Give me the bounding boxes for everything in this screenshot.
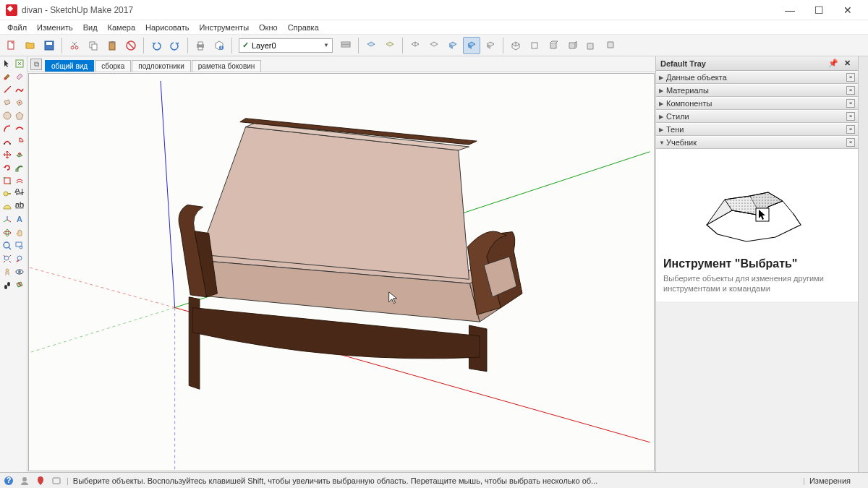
panel-close-icon[interactable]: × [846, 99, 855, 108]
help-icon[interactable]: ? [3, 475, 14, 487]
view-left-icon[interactable] [601, 37, 618, 54]
menu-draw[interactable]: Нарисовать [141, 22, 193, 33]
scene-nav-icon[interactable]: ⧉ [30, 59, 42, 70]
walk-tool-icon[interactable] [1, 279, 13, 291]
print-icon[interactable] [192, 37, 209, 54]
minimize-button[interactable]: — [775, 0, 804, 20]
line-tool-icon[interactable] [1, 84, 13, 95]
menu-help[interactable]: Справка [284, 22, 323, 33]
select-tool-icon[interactable] [1, 58, 13, 69]
pushpull-tool-icon[interactable] [14, 149, 26, 160]
scene-tab-3[interactable]: раметка боковин [192, 60, 262, 72]
tray-header[interactable]: Default Tray 📌 ✕ [656, 56, 858, 71]
freehand-tool-icon[interactable] [14, 84, 26, 95]
credits-icon[interactable] [51, 475, 62, 487]
3d-viewport[interactable] [28, 73, 655, 471]
tray-close-icon[interactable]: ✕ [841, 59, 854, 68]
menu-edit[interactable]: Изменить [33, 22, 77, 33]
geolocation-icon[interactable] [35, 475, 46, 487]
style-shaded-textures-icon[interactable] [463, 37, 480, 54]
panel-instructor[interactable]: ▼Учебник× [656, 136, 858, 149]
axes-tool-icon[interactable] [1, 214, 13, 226]
menu-file[interactable]: Файл [3, 22, 31, 33]
save-file-icon[interactable] [41, 37, 58, 54]
layer-dropdown[interactable]: ✓ Layer0 ▼ [239, 38, 333, 53]
view-front-icon[interactable] [545, 37, 562, 54]
orbit-tool-icon[interactable] [1, 227, 13, 239]
paste-icon[interactable] [103, 37, 121, 54]
followme-tool-icon[interactable] [14, 162, 26, 174]
model-info-icon[interactable]: i [210, 37, 228, 54]
redo-icon[interactable] [166, 37, 184, 54]
text-tool-icon[interactable]: ab [14, 201, 26, 213]
panel-close-icon[interactable]: × [846, 138, 855, 147]
view-right-icon[interactable] [563, 37, 581, 54]
component-tool-icon[interactable] [14, 58, 26, 69]
panel-close-icon[interactable]: × [846, 73, 855, 82]
scene-tab-1[interactable]: сборка [95, 60, 131, 72]
view-top-icon[interactable] [526, 37, 543, 54]
user-icon[interactable] [19, 475, 30, 487]
panel-close-icon[interactable]: × [846, 125, 855, 134]
panel-close-icon[interactable]: × [846, 112, 855, 121]
close-button[interactable]: ✕ [833, 0, 862, 20]
style-backedges-icon[interactable] [381, 37, 399, 54]
panel-entity-info[interactable]: ▶Данные объекта× [656, 71, 858, 84]
tape-tool-icon[interactable] [1, 188, 13, 200]
dimension-tool-icon[interactable]: A1 [14, 188, 26, 200]
3pt-arc-tool-icon[interactable] [1, 136, 13, 147]
rotated-rect-tool-icon[interactable] [14, 97, 26, 108]
open-file-icon[interactable] [22, 37, 39, 54]
view-back-icon[interactable] [582, 37, 600, 54]
3dtext-tool-icon[interactable]: A [14, 214, 26, 226]
panel-styles[interactable]: ▶Стили× [656, 110, 858, 123]
svg-text:A1: A1 [15, 189, 25, 194]
offset-tool-icon[interactable] [14, 175, 26, 187]
scene-tab-active[interactable]: общий вид [45, 60, 94, 72]
menu-camera[interactable]: Камера [103, 22, 140, 33]
move-tool-icon[interactable] [1, 149, 13, 160]
zoom-extents-tool-icon[interactable] [1, 253, 13, 265]
protractor-tool-icon[interactable] [1, 201, 13, 213]
panel-materials[interactable]: ▶Материалы× [656, 84, 858, 97]
style-xray-icon[interactable] [362, 37, 380, 54]
style-hidden-icon[interactable] [425, 37, 443, 54]
position-camera-tool-icon[interactable] [1, 266, 13, 278]
section-tool-icon[interactable] [14, 279, 26, 291]
panel-components[interactable]: ▶Компоненты× [656, 97, 858, 110]
look-around-tool-icon[interactable] [14, 266, 26, 278]
polygon-tool-icon[interactable] [14, 110, 26, 121]
arc-tool-icon[interactable] [1, 123, 13, 134]
maximize-button[interactable]: ☐ [804, 0, 833, 20]
delete-icon[interactable] [122, 37, 140, 54]
style-monochrome-icon[interactable] [482, 37, 499, 54]
layer-manager-icon[interactable] [337, 37, 354, 54]
eraser-tool-icon[interactable] [14, 71, 26, 82]
view-iso-icon[interactable] [507, 37, 524, 54]
pin-icon[interactable]: 📌 [825, 59, 841, 68]
zoom-window-tool-icon[interactable] [14, 240, 26, 252]
undo-icon[interactable] [148, 37, 165, 54]
pie-tool-icon[interactable] [14, 136, 26, 147]
circle-tool-icon[interactable] [1, 110, 13, 121]
menu-window[interactable]: Окно [255, 22, 282, 33]
2pt-arc-tool-icon[interactable] [14, 123, 26, 134]
rotate-tool-icon[interactable] [1, 162, 13, 174]
style-shaded-icon[interactable] [444, 37, 461, 54]
scene-tab-2[interactable]: подлокотники [132, 60, 191, 72]
tray-scrollbar[interactable] [858, 56, 868, 472]
zoom-tool-icon[interactable] [1, 240, 13, 252]
copy-icon[interactable] [85, 37, 102, 54]
pan-tool-icon[interactable] [14, 227, 26, 239]
new-file-icon[interactable] [3, 37, 20, 54]
previous-view-tool-icon[interactable] [14, 253, 26, 265]
rectangle-tool-icon[interactable] [1, 97, 13, 108]
panel-shadows[interactable]: ▶Тени× [656, 123, 858, 136]
cut-icon[interactable] [66, 37, 83, 54]
scale-tool-icon[interactable] [1, 175, 13, 187]
paint-tool-icon[interactable] [1, 71, 13, 82]
style-wireframe-icon[interactable] [407, 37, 424, 54]
menu-view[interactable]: Вид [79, 22, 102, 33]
panel-close-icon[interactable]: × [846, 86, 855, 95]
menu-tools[interactable]: Инструменты [195, 22, 253, 33]
